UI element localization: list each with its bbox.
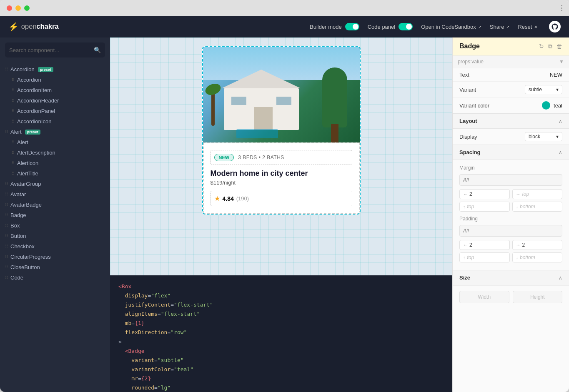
padding-bottom-cell[interactable]: ↓ bottom [512,252,563,262]
sidebar-item-accordion-preset[interactable]: ⠿ Accordion preset [0,64,110,75]
height-label: Height [530,294,545,300]
builder-mode-toggle[interactable]: Builder mode [310,23,359,30]
spacing-section-header[interactable]: Spacing ∧ [453,145,569,160]
variant-label: Variant [459,87,476,93]
height-input[interactable]: Height [513,291,563,303]
sidebar-item-alert-preset[interactable]: ⠿ Alert preset [0,127,110,137]
margin-label: Margin [459,165,562,171]
sidebar-item-closebutton[interactable]: ⠿ CloseButton [0,262,110,272]
sidebar-item-accordionpanel[interactable]: ⠿ AccordionPanel [0,106,110,116]
chevron-down-icon: ▾ [556,87,559,92]
card-body: NEW 3 BEDS • 2 BATHS Modern home in city… [203,142,360,214]
drag-icon: ⠿ [12,88,14,92]
github-button[interactable] [549,21,561,32]
spacing-label: Spacing [459,149,481,155]
house-window-right [276,97,291,105]
minimize-button[interactable] [15,5,21,11]
sidebar-item-avatar[interactable]: ⠿ Avatar [0,189,110,200]
sidebar-item-label: AccordionPanel [17,108,55,114]
margin-right-cell[interactable]: → top [512,189,563,199]
sidebar-item-circularprogress[interactable]: ⠿ CircularProgress [0,252,110,262]
sidebar-item-label: CloseButton [10,264,40,270]
code-panel-switch[interactable] [399,23,413,30]
sidebar-item-checkbox[interactable]: ⠿ Checkbox [0,241,110,252]
sidebar-item-avatargroup[interactable]: ⠿ AvatarGroup [0,179,110,189]
sidebar-item-accordionitem[interactable]: ⠿ AccordionItem [0,85,110,95]
sidebar-item-label: AlertIcon [17,160,38,166]
maximize-button[interactable] [24,5,30,11]
padding-bottom-value: bottom [520,255,535,260]
search-icon: 🔍 [94,47,101,53]
sidebar-item-accordionicon[interactable]: ⠿ AccordionIcon [0,116,110,127]
refresh-icon[interactable]: ↻ [539,43,544,50]
display-select[interactable]: block ▾ [525,132,562,141]
search-box[interactable]: 🔍 [5,42,105,57]
builder-mode-label: Builder mode [310,24,342,30]
size-chevron-icon: ∧ [559,275,562,281]
layout-section-header[interactable]: Layout ∧ [453,113,569,129]
house-body [224,88,299,130]
search-input[interactable] [9,47,90,53]
reset-button[interactable]: Reset × [518,24,537,30]
props-bar[interactable]: props:value ▼ [453,55,569,68]
sidebar-item-badge[interactable]: ⠿ Badge [0,210,110,220]
margin-all-input[interactable] [459,174,562,186]
props-arrow-icon: ▼ [559,59,564,65]
sidebar-item-alerticon[interactable]: ⠿ AlertIcon [0,158,110,168]
star-icon: ★ [214,195,220,202]
sidebar-item-label: AlertDescription [17,150,55,156]
canvas-card[interactable]: NEW 3 BEDS • 2 BATHS Modern home in city… [202,46,361,215]
padding-left-cell[interactable]: ← 2 [459,240,510,250]
sidebar-item-label: CircularProgress [10,254,51,260]
padding-top-cell[interactable]: ↑ top [459,252,510,262]
sidebar-item-button[interactable]: ⠿ Button [0,231,110,241]
margin-left-cell[interactable]: ← 2 [459,189,510,199]
card-badge-row[interactable]: NEW 3 BEDS • 2 BATHS [211,150,352,165]
canvas-area: NEW 3 BEDS • 2 BATHS Modern home in city… [110,37,452,392]
margin-bottom-cell[interactable]: ↓ bottom [512,202,563,212]
sidebar-item-alert[interactable]: ⠿ Alert [0,137,110,147]
copy-icon[interactable]: ⧉ [548,43,552,50]
drag-icon: ⠿ [5,255,7,259]
size-section-header[interactable]: Size ∧ [453,270,569,285]
delete-icon[interactable]: 🗑 [556,43,562,50]
share-button[interactable]: Share ↗ [490,24,510,30]
canvas-top[interactable]: NEW 3 BEDS • 2 BATHS Modern home in city… [110,37,452,275]
code-panel-toggle[interactable]: Code panel [368,23,413,30]
drag-icon: ⠿ [12,140,14,145]
card-price: $119/night [211,180,352,186]
padding-right-dir-icon: → [516,242,521,247]
sidebar-item-label: AccordionHeader [17,97,59,104]
code-panel[interactable]: <Box display="flex" justifyContent="flex… [110,275,452,392]
sidebar-item-label: AccordionIcon [17,118,51,125]
size-section: Width Height [453,285,569,308]
color-swatch[interactable] [542,101,550,110]
code-line-12: rounded="lg" [118,383,444,392]
sidebar-item-accordion[interactable]: ⠿ Accordion [0,75,110,85]
size-row: Width Height [459,291,562,303]
margin-top-cell[interactable]: ↑ top [459,202,510,212]
sidebar-item-box[interactable]: ⠿ Box [0,220,110,231]
toolbar-controls: Builder mode Code panel Open in CodeSand… [310,21,561,32]
sidebar-item-alertdescription[interactable]: ⠿ AlertDescription [0,147,110,158]
logo-icon: ⚡ [8,22,19,32]
width-input[interactable]: Width [459,291,509,303]
open-codesandbox-label: Open in CodeSandbox [421,24,476,30]
padding-right-cell[interactable]: → 2 [512,240,563,250]
code-line-11: mr={2} [118,374,444,383]
builder-mode-switch[interactable] [345,23,359,30]
sidebar-item-code[interactable]: ⠿ Code [0,272,110,283]
padding-left-value: 2 [469,242,472,248]
drag-icon: ⠿ [5,223,7,228]
sidebar-item-alerttitle[interactable]: ⠿ AlertTitle [0,168,110,179]
sidebar-item-avatarbadge[interactable]: ⠿ AvatarBadge [0,200,110,210]
open-codesandbox-button[interactable]: Open in CodeSandbox ↗ [421,24,481,30]
sidebar-item-label: AvatarBadge [10,202,42,208]
variant-select[interactable]: subtle ▾ [525,85,562,94]
props-label: props:value [458,59,484,65]
close-button[interactable] [7,5,12,11]
code-line-6: flexDirection="row" [118,328,444,337]
padding-grid: ← 2 → 2 ↑ top ↓ bottom [459,240,562,262]
sidebar-item-accordionheader[interactable]: ⠿ AccordionHeader [0,95,110,106]
padding-all-input[interactable] [459,225,562,237]
